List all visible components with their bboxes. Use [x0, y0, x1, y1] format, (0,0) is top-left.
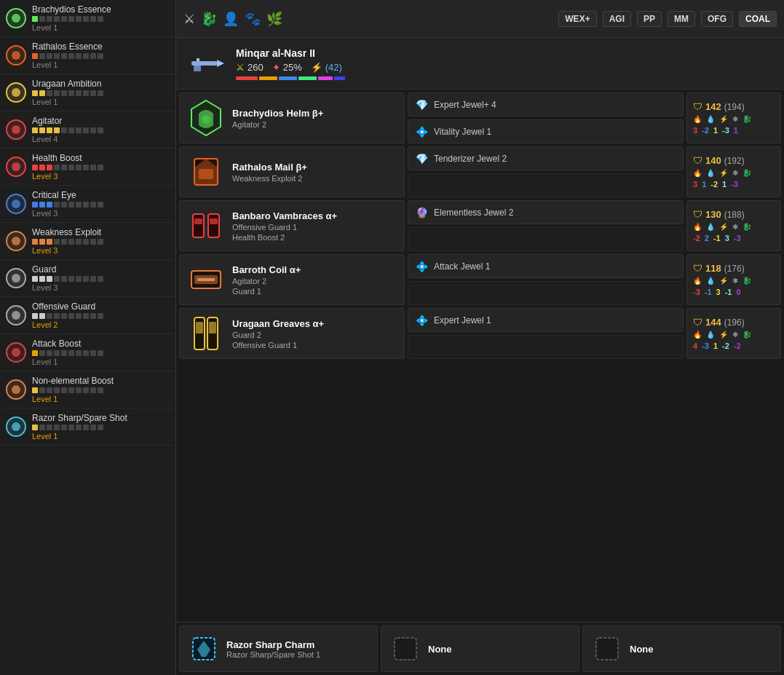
- skill-item[interactable]: Agitator Level 4: [0, 111, 175, 149]
- jewel-slot[interactable]: 💠 Vitality Jewel 1: [408, 119, 684, 143]
- jewel-icon: 💎: [416, 153, 428, 165]
- pip-filled: [39, 202, 45, 208]
- skill-info: Non-elemental Boost Level 1: [32, 376, 170, 403]
- skill-item[interactable]: Uragaan Ambition Level 1: [0, 74, 175, 111]
- pip-filled: [47, 202, 52, 208]
- jewel-slot[interactable]: 💎 Tenderizer Jewel 2: [408, 146, 684, 170]
- skill-item[interactable]: Attack Boost Level 1: [0, 334, 175, 371]
- skill-item[interactable]: Razor Sharp/Spare Shot Level 1: [0, 408, 175, 446]
- water-res: -1: [705, 288, 712, 296]
- thunder-icon: ⚡: [719, 223, 728, 231]
- pip-empty: [54, 387, 60, 393]
- svg-point-17: [202, 115, 210, 124]
- pip-empty: [68, 350, 74, 356]
- svg-rect-33: [596, 638, 618, 660]
- topbar-badge[interactable]: OFG: [701, 11, 733, 27]
- pip-filled: [32, 202, 38, 208]
- armor-info[interactable]: Brachydios Helm β+ Agitator 2: [179, 92, 405, 143]
- armor-info[interactable]: Barroth Coil α+ Agitator 2 Guard 1: [179, 254, 405, 305]
- charm-slot[interactable]: None: [582, 625, 781, 672]
- topbar-icon[interactable]: ⚔: [183, 11, 195, 27]
- skill-item[interactable]: Critical Eye Level 3: [0, 186, 175, 223]
- dragon-res: -2: [734, 342, 741, 350]
- pip-filled: [47, 127, 52, 133]
- pip-empty: [76, 202, 82, 208]
- skill-item[interactable]: Brachydios Essence Level 1: [0, 0, 175, 37]
- jewel-slot[interactable]: 💠 Expert Jewel 1: [408, 308, 684, 332]
- armor-info[interactable]: Banbaro Vambraces α+ Offensive Guard 1 H…: [179, 200, 405, 251]
- skill-info: Offensive Guard Level 2: [32, 301, 170, 329]
- topbar-icon[interactable]: 👤: [223, 11, 239, 27]
- topbar-icon[interactable]: 🐉: [201, 11, 217, 27]
- pip-filled: [32, 127, 38, 133]
- ice-res: 3: [725, 234, 729, 242]
- skill-pips: [32, 350, 170, 356]
- topbar-badge[interactable]: WEX+: [558, 11, 596, 27]
- weapon-section[interactable]: Minqar al-Nasr II ⚔ 260 ✦ 25% ⚡ (42): [176, 38, 784, 90]
- pip-filled: [47, 239, 52, 245]
- pip-empty: [90, 16, 96, 22]
- pip-empty: [39, 425, 45, 430]
- charm-slot[interactable]: None: [381, 625, 579, 672]
- skill-icon: [6, 82, 26, 103]
- element-icon: ⚡: [311, 62, 322, 73]
- defense-max: (188): [724, 210, 745, 220]
- pip-filled: [32, 350, 38, 356]
- skill-item[interactable]: Health Boost Level 3: [0, 149, 175, 186]
- jewel-slot[interactable]: 🔮 Elementless Jewel 2: [408, 200, 684, 224]
- pip-empty: [68, 90, 74, 96]
- jewel-slot-empty[interactable]: [408, 173, 684, 197]
- skill-pips: [32, 387, 170, 393]
- jewel-slot[interactable]: 💠 Attack Jewel 1: [408, 254, 684, 278]
- skill-name: Guard: [32, 264, 170, 275]
- pip-empty: [98, 16, 103, 22]
- charm-slot[interactable]: Razor Sharp Charm Razor Sharp/Spare Shot…: [179, 625, 378, 672]
- skill-icon: [6, 379, 26, 400]
- pip-empty: [98, 53, 103, 59]
- jewel-icon: 💠: [416, 261, 428, 272]
- armor-name: Banbaro Vambraces α+: [232, 210, 397, 221]
- dragon-res: -3: [734, 234, 741, 242]
- pip-empty: [98, 313, 103, 319]
- skill-name: Agitator: [32, 116, 170, 126]
- armor-info[interactable]: Rathalos Mail β+ Weakness Exploit 2: [179, 146, 405, 197]
- thunder-icon: ⚡: [719, 331, 728, 339]
- jewel-name: Elementless Jewel 2: [434, 208, 513, 218]
- defense-row: 🛡 130 (188): [693, 209, 775, 220]
- pip-empty: [61, 90, 67, 96]
- skill-item[interactable]: Rathalos Essence Level 1: [0, 37, 175, 74]
- pip-empty: [98, 425, 103, 430]
- fire-res: -2: [693, 234, 700, 242]
- topbar-badge[interactable]: MM: [668, 11, 695, 27]
- skill-item[interactable]: Guard Level 3: [0, 260, 175, 297]
- dragon-res: -3: [731, 180, 738, 189]
- affix-bar: [236, 76, 774, 80]
- armor-details: Rathalos Mail β+ Weakness Exploit 2: [232, 162, 397, 183]
- skill-pips: [32, 127, 170, 133]
- jewel-slot-empty[interactable]: [408, 281, 684, 305]
- jewel-slot-empty[interactable]: [408, 335, 684, 359]
- pip-empty: [83, 425, 89, 430]
- thunder-res: 3: [716, 288, 721, 296]
- armor-name: Uragaan Greaves α+: [232, 318, 397, 329]
- jewel-slot[interactable]: 💎 Expert Jewel+ 4: [408, 92, 684, 117]
- pip-empty: [90, 387, 96, 393]
- jewel-slot-empty[interactable]: [408, 227, 684, 251]
- water-icon: 💧: [706, 331, 715, 339]
- skill-item[interactable]: Offensive Guard Level 2: [0, 297, 175, 334]
- topbar-badge[interactable]: COAL: [739, 11, 777, 27]
- topbar-badge[interactable]: PP: [637, 11, 662, 27]
- fire-icon: 🔥: [693, 223, 702, 231]
- topbar-icon[interactable]: 🐾: [245, 11, 261, 27]
- defense-icon: 🛡: [693, 209, 702, 220]
- skill-item[interactable]: Weakness Exploit Level 3: [0, 223, 175, 260]
- skill-item[interactable]: Non-elemental Boost Level 1: [0, 371, 175, 408]
- svg-point-10: [12, 385, 20, 394]
- pip-filled: [32, 425, 38, 430]
- water-res: 1: [702, 180, 706, 189]
- topbar-badge[interactable]: AGI: [603, 11, 631, 27]
- topbar-icon[interactable]: 🌿: [266, 11, 282, 27]
- armor-info[interactable]: Uragaan Greaves α+ Guard 2 Offensive Gua…: [179, 308, 405, 359]
- pip-filled: [32, 90, 38, 96]
- skill-name: Health Boost: [32, 153, 170, 163]
